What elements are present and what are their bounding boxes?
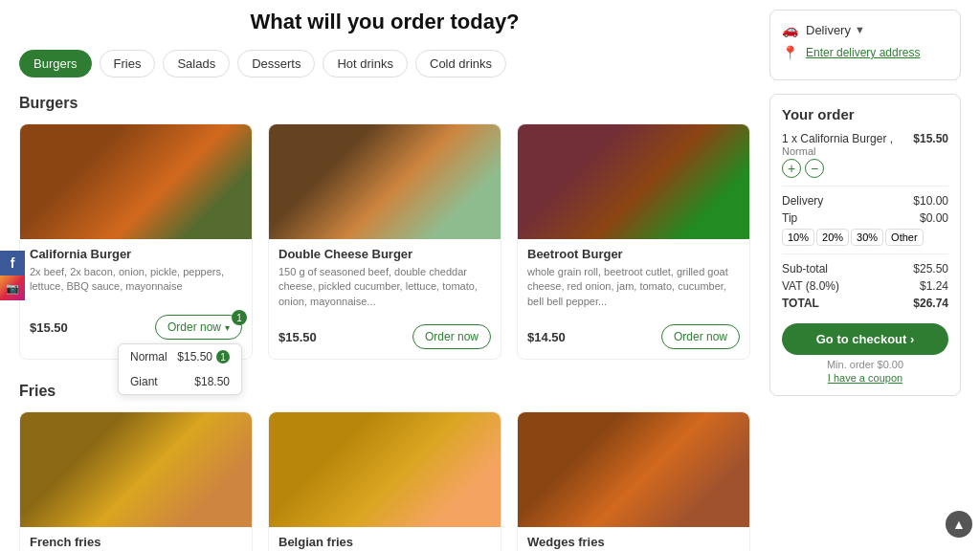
qty-plus-button[interactable]: + [782,159,801,178]
product-desc-double-cheese-burger: 150 g of seasoned beef, double cheddar c… [278,265,491,309]
product-name-double-cheese-burger: Double Cheese Burger [278,247,491,261]
social-sidebar: f 📷 [0,251,25,300]
dropdown-option-label: Giant [130,375,158,388]
delivery-fee-label: Delivery [782,194,823,208]
facebook-icon[interactable]: f [0,251,25,276]
tip-label: Tip [782,211,797,225]
product-name-beetroot-burger: Beetroot Burger [527,247,740,261]
tip-btn-10pct[interactable]: 10% [782,229,814,246]
tip-btn-20pct[interactable]: 20% [816,229,849,246]
product-name-california-burger: California Burger [30,247,242,261]
tab-salads[interactable]: Salads [163,50,230,77]
tab-hot-drinks[interactable]: Hot drinks [323,50,408,77]
category-tabs: BurgersFriesSaladsDessertsHot drinksCold… [19,50,750,77]
section-fries: FriesFrench fries$8.00Order nowBelgian f… [19,383,750,551]
product-name-wedges-fries: Wedges fries [527,535,740,549]
product-grid-burgers: California Burger2x beef, 2x bacon, onio… [19,123,750,360]
product-card-california-burger: California Burger2x beef, 2x bacon, onio… [19,123,253,360]
product-footer-california-burger: $15.501Order now ▾Normal$15.501Giant$18.… [20,315,252,349]
product-info-wedges-fries: Wedges fries [518,527,749,551]
product-card-belgian-fries: Belgian fries$9.00Order now [268,411,501,551]
delivery-fee-row: Delivery $10.00 [782,194,948,208]
order-item-name: 1 x California Burger , [782,132,893,145]
order-btn-wrap-beetroot-burger: Order now [661,324,740,349]
tip-fee-row: Tip $0.00 [782,211,948,225]
scroll-top-button[interactable]: ▲ [946,511,972,538]
delivery-address-link[interactable]: Enter delivery address [806,46,920,59]
dropdown-option-price: $18.50 [194,375,230,388]
product-image-french-fries [20,412,252,527]
address-row: 📍 Enter delivery address [782,45,948,60]
tip-price: $0.00 [920,211,948,225]
product-desc-california-burger: 2x beef, 2x bacon, onion, pickle, pepper… [30,265,242,299]
tip-btn-30pct[interactable]: 30% [851,229,883,246]
tip-btn-other[interactable]: Other [885,229,924,246]
delivery-select[interactable]: Delivery ▼ [806,23,865,37]
product-info-beetroot-burger: Beetroot Burgerwhole grain roll, beetroo… [518,239,749,324]
dropdown-option-price: $15.50 [177,350,212,364]
checkout-button[interactable]: Go to checkout › [782,323,948,355]
product-price-double-cheese-burger: $15.50 [278,330,317,344]
qty-buttons: + − [782,159,893,178]
delivery-label: Delivery [806,23,851,37]
order-button-beetroot-burger[interactable]: Order now [661,324,740,349]
product-image-beetroot-burger [518,124,749,239]
product-footer-beetroot-burger: $14.50Order now [518,324,749,359]
product-image-wedges-fries [518,412,749,527]
vat-label: VAT (8.0%) [782,279,839,293]
section-burgers: BurgersCalifornia Burger2x beef, 2x baco… [19,95,750,360]
instagram-icon[interactable]: 📷 [0,276,25,300]
order-btn-label-beetroot-burger: Order now [674,330,727,343]
order-button-california-burger[interactable]: 1Order now ▾ [155,315,242,340]
location-icon: 📍 [782,45,798,60]
order-dropdown-california-burger: Normal$15.501Giant$18.50 [118,343,242,395]
order-item-row: 1 x California Burger , Normal + − $15.5… [782,132,948,178]
delivery-dropdown-arrow: ▼ [855,24,865,35]
main-content: What will you order today? BurgersFriesS… [19,10,750,551]
product-info-french-fries: French fries [20,527,252,551]
product-price-california-burger: $15.50 [30,320,68,335]
tab-burgers[interactable]: Burgers [19,50,92,77]
dropdown-option-right: $18.50 [194,375,230,388]
product-footer-double-cheese-burger: $15.50Order now [269,324,501,359]
dropdown-option-california-burger[interactable]: Giant$18.50 [119,369,241,394]
order-item-size: Normal [782,145,893,157]
order-btn-wrap-california-burger: 1Order now ▾Normal$15.501Giant$18.50 [155,315,242,340]
order-btn-wrap-double-cheese-burger: Order now [412,324,491,349]
subtotal-label: Sub-total [782,262,828,276]
order-btn-label-california-burger: Order now [167,320,221,334]
dropdown-option-california-burger[interactable]: Normal$15.501 [119,344,241,369]
product-card-double-cheese-burger: Double Cheese Burger150 g of seasoned be… [268,123,501,360]
qty-minus-button[interactable]: − [805,159,824,178]
delivery-card: 🚗 Delivery ▼ 📍 Enter delivery address [769,10,961,80]
dropdown-option-badge: 1 [216,350,230,364]
product-info-double-cheese-burger: Double Cheese Burger150 g of seasoned be… [269,239,501,324]
product-card-french-fries: French fries$8.00Order now [19,411,253,551]
delivery-icon: 🚗 [782,22,798,37]
product-info-california-burger: California Burger2x beef, 2x bacon, onio… [20,239,252,315]
tab-fries[interactable]: Fries [100,50,156,77]
total-price: $26.74 [913,297,948,310]
order-badge-california-burger: 1 [232,310,247,325]
coupon-link[interactable]: I have a coupon [782,372,948,384]
order-item-details: 1 x California Burger , Normal + − [782,132,893,178]
product-image-california-burger [20,124,252,239]
product-grid-fries: French fries$8.00Order nowBelgian fries$… [19,411,750,551]
total-label: TOTAL [782,297,819,310]
product-card-beetroot-burger: Beetroot Burgerwhole grain roll, beetroo… [517,123,750,360]
tab-cold-drinks[interactable]: Cold drinks [415,50,506,77]
tab-desserts[interactable]: Desserts [237,50,315,77]
order-card: Your order 1 x California Burger , Norma… [769,94,961,396]
order-button-double-cheese-burger[interactable]: Order now [412,324,491,349]
product-desc-beetroot-burger: whole grain roll, beetroot cutlet, grill… [527,265,740,309]
subtotal-price: $25.50 [913,262,948,276]
product-image-belgian-fries [269,412,501,527]
product-name-french-fries: French fries [30,535,242,549]
section-title-burgers: Burgers [19,95,750,112]
dropdown-option-label: Normal [130,350,167,364]
order-item-price: $15.50 [913,132,948,145]
dropdown-option-right: $15.501 [177,350,230,364]
product-card-wedges-fries: Wedges fries$9.00Order now [517,411,750,551]
order-card-title: Your order [782,106,948,122]
min-order-text: Min. order $0.00 [782,359,948,370]
